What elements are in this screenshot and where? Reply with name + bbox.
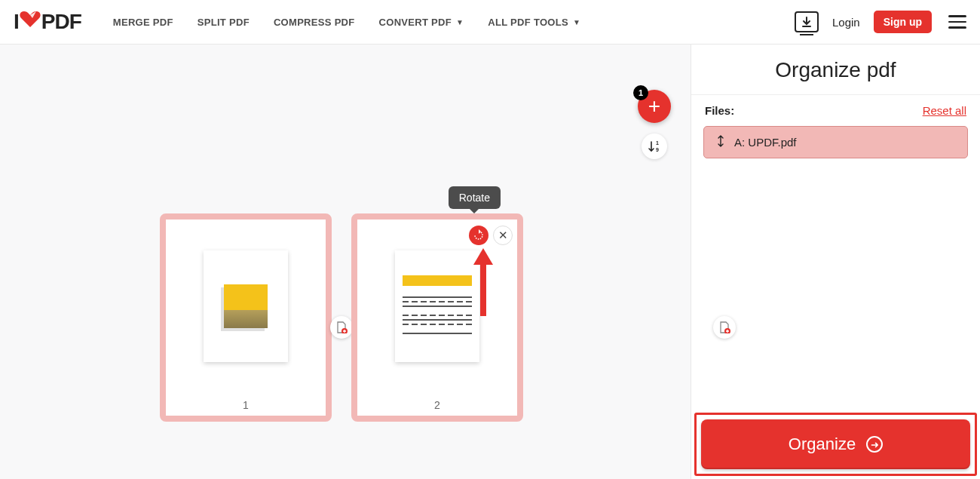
insert-page-button[interactable] xyxy=(330,316,353,339)
logo-text-i: I xyxy=(14,10,19,34)
sidebar-title: Organize pdf xyxy=(691,45,980,95)
page-number: 2 xyxy=(434,393,440,416)
nav-split[interactable]: SPLIT PDF xyxy=(198,17,250,28)
header-actions: Login Sign up xyxy=(795,11,966,33)
logo[interactable]: I PDF xyxy=(14,10,81,34)
sort-pages-button[interactable]: 19 xyxy=(642,134,667,159)
annotation-highlight: Organize ➜ xyxy=(694,413,977,476)
nav-all-tools[interactable]: ALL PDF TOOLS▼ xyxy=(488,17,580,28)
file-count-badge: 1 xyxy=(633,85,648,100)
reset-all-link[interactable]: Reset all xyxy=(923,104,966,117)
files-label: Files: xyxy=(705,104,734,117)
nav-merge[interactable]: MERGE PDF xyxy=(113,17,173,28)
app-header: I PDF MERGE PDF SPLIT PDF COMPRESS PDF C… xyxy=(0,0,980,45)
menu-icon[interactable] xyxy=(948,15,966,29)
organize-button[interactable]: Organize ➜ xyxy=(701,419,970,469)
page-thumbnail-1[interactable]: 1 xyxy=(160,213,332,422)
chevron-down-icon: ▼ xyxy=(573,18,580,26)
page-preview xyxy=(204,250,288,362)
insert-page-button[interactable] xyxy=(713,316,736,339)
nav-compress[interactable]: COMPRESS PDF xyxy=(274,17,355,28)
add-files-button[interactable]: + 1 xyxy=(638,90,671,123)
logo-text-pdf: PDF xyxy=(41,10,81,34)
add-page-icon xyxy=(718,321,730,333)
rotate-page-button[interactable] xyxy=(469,226,488,245)
desktop-download-icon[interactable] xyxy=(795,11,819,32)
sort-numeric-icon: 19 xyxy=(648,140,661,153)
page-preview xyxy=(395,250,479,362)
rotate-tooltip: Rotate xyxy=(449,186,501,209)
file-name: A: UPDF.pdf xyxy=(734,136,797,149)
file-item[interactable]: A: UPDF.pdf xyxy=(703,126,968,158)
drag-handle-icon xyxy=(716,135,725,149)
chevron-down-icon: ▼ xyxy=(456,18,464,26)
page-thumbnail-2[interactable]: Rotate ✕ xyxy=(351,213,523,422)
add-page-icon xyxy=(335,321,348,333)
options-sidebar: Organize pdf Files: Reset all A: UPDF.pd… xyxy=(691,45,980,479)
signup-button[interactable]: Sign up xyxy=(874,11,932,33)
arrow-right-circle-icon: ➜ xyxy=(866,436,883,453)
main-nav: MERGE PDF SPLIT PDF COMPRESS PDF CONVERT… xyxy=(113,17,580,28)
page-canvas: + 1 19 1 Rotate xyxy=(0,45,691,479)
remove-page-button[interactable]: ✕ xyxy=(493,226,513,245)
close-icon: ✕ xyxy=(498,229,508,242)
svg-text:9: 9 xyxy=(656,147,659,152)
page-number: 1 xyxy=(243,393,249,416)
nav-convert[interactable]: CONVERT PDF▼ xyxy=(379,17,464,28)
login-link[interactable]: Login xyxy=(832,16,860,29)
svg-text:1: 1 xyxy=(656,140,659,146)
plus-icon: + xyxy=(648,94,660,118)
rotate-icon xyxy=(473,229,485,241)
heart-icon xyxy=(19,10,41,34)
